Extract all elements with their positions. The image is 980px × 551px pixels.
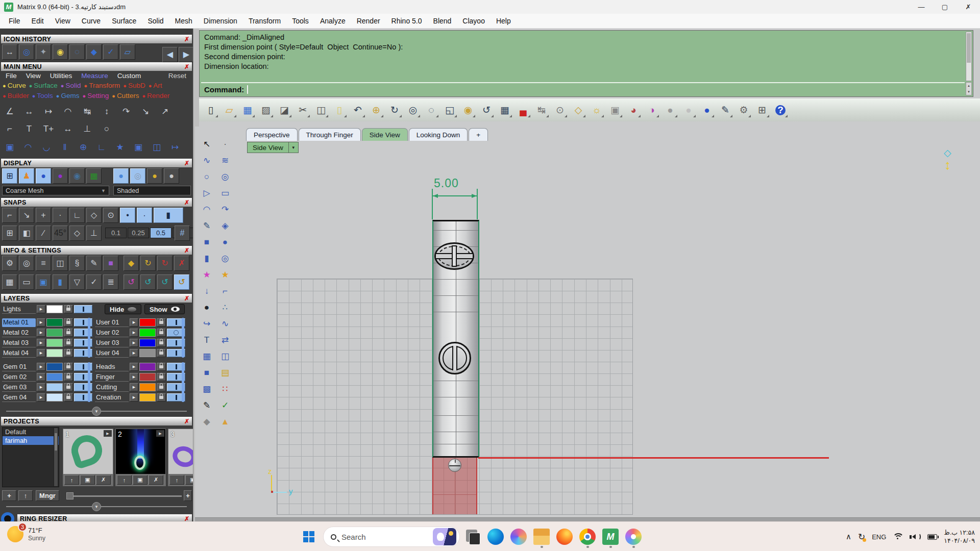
paste-icon[interactable]: ▯ [332,103,347,118]
layer-expand-button[interactable]: ▶ [37,305,45,313]
split-frame-icon[interactable]: ◫ [149,140,164,154]
lock-icon[interactable] [64,363,73,371]
duplicate-cube-icon[interactable]: ◫ [53,256,68,271]
layer-group-bar[interactable] [182,362,184,402]
thumbnail-image[interactable]: 1 ▶ [63,429,113,474]
ring-gauge-icon[interactable]: ○ [99,121,114,136]
gem-profile-icon[interactable]: ◆ [86,44,102,60]
rotate-view-icon[interactable]: ↻ [387,103,402,118]
thumb-save-button[interactable]: ▣ [80,475,95,485]
analyze-menu[interactable]: Analyze [314,14,351,29]
snap-fine-grid-icon[interactable]: # [175,226,190,241]
project-thumbnail-2[interactable]: 2 ▶ ↑▣✗ [115,429,166,486]
mm-measure-tab[interactable]: Measure [77,72,113,80]
lock-icon[interactable] [64,305,73,313]
burst-icon[interactable]: ★ [112,140,128,154]
quad-grid-icon[interactable]: ▦ [86,168,102,184]
globe-icon[interactable]: ◉ [69,168,85,184]
grid-view-icon[interactable]: ⊞ [2,168,17,184]
dimension-menu[interactable]: Dimension [198,14,243,29]
sweep-corner-icon[interactable]: ∟ [94,140,109,154]
tab-perspective-tab[interactable]: Perspective [246,128,298,141]
dim-diagonal-2-icon[interactable]: ↗ [157,104,173,118]
pen-icon[interactable]: ✎ [199,398,214,412]
extend-icon[interactable]: ↦ [167,140,183,154]
link-frame-icon[interactable]: ▣ [131,140,146,154]
layer-expand-button[interactable]: ▶ [130,373,138,381]
widget-grid-icon[interactable]: ⊞ [754,103,770,118]
copy-objects-icon[interactable]: ▣ [2,140,17,154]
grid-0-1-button[interactable]: 0.1 [105,228,127,238]
loop-record-icon[interactable]: ↻ [157,256,173,271]
diamond-point-icon[interactable]: ◈ [217,218,233,233]
thumb-promote-button[interactable]: ↑ [169,475,184,485]
mm-file-tab[interactable]: File [1,72,21,80]
close-icon[interactable]: ✗ [184,63,189,70]
cat-render-category[interactable]: ●Render [140,92,171,99]
lock-icon[interactable] [64,329,73,337]
layer-color-swatch[interactable] [46,339,63,347]
ruler-icon[interactable]: ▤ [217,365,233,380]
dark-sphere-icon[interactable]: ● [199,300,214,314]
grid-0-5-button[interactable]: 0.5 [150,228,172,238]
tab-through-finger-tab[interactable]: Through Finger [299,128,361,141]
circle-radius-icon[interactable]: ⊙ [552,103,568,118]
snap-center-icon[interactable]: ⊙ [103,208,118,223]
layer-name[interactable]: Gem 04 [2,393,36,402]
circle-point-icon[interactable]: ◉ [53,44,68,60]
align-icon[interactable]: ⌐ [217,284,233,298]
ellipse-icon[interactable]: ◎ [217,169,233,184]
close-icon[interactable]: ✗ [184,515,189,522]
transform-menu[interactable]: Transform [243,14,286,29]
curve-handle-icon[interactable]: ↷ [217,202,233,216]
ghost-sphere-icon[interactable]: ● [164,168,179,184]
slider-handle[interactable] [66,492,74,499]
chrome-app[interactable] [577,525,598,548]
close-button[interactable]: ✗ [957,0,980,14]
arc-blend-icon[interactable]: ◠ [20,140,36,154]
text-icon[interactable]: T [199,333,214,347]
gumball-widget-icon[interactable]: ↕ [944,157,951,173]
gumball-active-icon[interactable]: ↺ [174,274,189,290]
gray-gem-icon[interactable]: ◆ [199,414,214,429]
paint-app[interactable] [623,525,644,548]
thumb-save-button[interactable]: ▣ [133,475,148,485]
select-check-icon[interactable]: ✓ [86,274,102,290]
shaded-viewport-icon[interactable]: ◕ [626,103,641,118]
torus-icon[interactable]: ◎ [217,251,233,265]
layer-name[interactable]: Lights [2,305,36,314]
show-button[interactable]: Show [144,304,185,314]
check-icon[interactable]: ✓ [103,44,118,60]
layer-name[interactable]: Gem 02 [2,373,36,382]
battery-icon[interactable] [927,534,937,540]
layer-name[interactable]: Metal 03 [2,339,36,347]
layer-color-swatch[interactable] [139,363,156,371]
snap-quad-icon[interactable]: ◇ [86,208,102,223]
layer-expand-button[interactable]: ▶ [130,349,138,357]
move-points-icon[interactable]: ⇄ [217,333,233,347]
dim-span-icon[interactable]: ↔ [60,121,76,136]
viewport-title-dropdown[interactable]: Side View ▼ [247,142,299,153]
car-icon[interactable]: ▄ [516,103,531,118]
panel-layout-icon[interactable]: ▦ [2,274,17,290]
layer-color-swatch[interactable] [139,383,156,391]
layer-expand-button[interactable]: ▶ [130,339,138,347]
lock-icon[interactable] [157,349,166,357]
zoom-selected-icon[interactable]: ◉ [460,103,476,118]
mm-utilities-tab[interactable]: Utilities [45,72,77,80]
zoom-dynamic-icon[interactable]: ◌ [424,103,439,118]
snap-angle-45-icon[interactable]: 45° [53,226,68,241]
lock-icon[interactable]: ▣ [607,103,623,118]
project-thumbnail-1[interactable]: 1 ▶ ↑▣✗ [63,429,113,486]
layer-expand-button[interactable]: ▶ [37,383,45,391]
layers-collapse-bar[interactable]: ▼ [6,411,187,412]
minimize-button[interactable]: — [910,0,933,14]
layer-expand-button[interactable]: ▶ [130,363,138,371]
edit-notes-icon[interactable]: ✎ [86,256,102,271]
layer-color-swatch[interactable] [46,363,63,371]
hidden-icons-chevron[interactable]: ∧ [846,532,851,541]
file-menu[interactable]: File [3,14,26,29]
figure-view-icon[interactable]: ♟ [19,168,34,184]
curve-menu[interactable]: Curve [76,14,106,29]
layer-expand-button[interactable]: ▶ [37,373,45,381]
